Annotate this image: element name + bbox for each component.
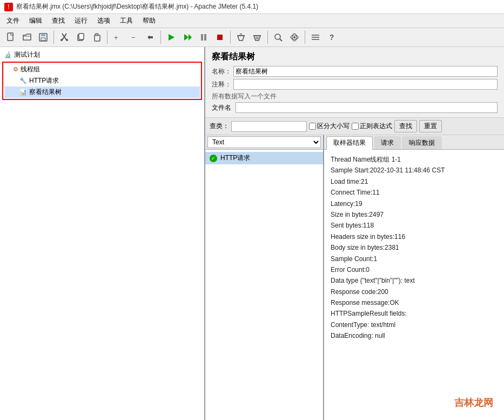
collapse-button[interactable]: − xyxy=(126,30,142,45)
result-line: Thread Name线程组 1-1 xyxy=(331,154,498,165)
menu-find[interactable]: 查找 xyxy=(48,15,69,26)
svg-marker-16 xyxy=(184,34,189,41)
name-input[interactable] xyxy=(233,66,498,77)
tree-label-test-plan: 测试计划 xyxy=(14,50,40,59)
all-data-label: 所有数据写入一个文件 xyxy=(212,92,498,101)
app-icon: ! xyxy=(4,3,13,11)
svg-rect-10 xyxy=(79,34,84,39)
title-text: 察看结果树.jmx (C:\Users\jfkhjoidjf\Desktop\察… xyxy=(16,2,258,11)
result-line: Sample Count:1 xyxy=(331,254,498,264)
options-button[interactable] xyxy=(308,30,323,45)
case-sensitive-checkbox[interactable] xyxy=(309,123,316,130)
help-button[interactable]: ? xyxy=(324,30,339,45)
svg-rect-18 xyxy=(201,34,203,41)
svg-point-7 xyxy=(61,39,63,41)
result-line: Response code:200 xyxy=(331,286,498,297)
search-input[interactable] xyxy=(231,121,307,132)
right-header: 察看结果树 名称： 注释： 所有数据写入一个文件 文件名 xyxy=(205,47,504,117)
tree-item-view-results[interactable]: 📊 察看结果树 xyxy=(4,86,200,98)
svg-rect-20 xyxy=(217,35,223,40)
separator-1 xyxy=(53,31,54,44)
svg-line-25 xyxy=(280,39,282,41)
svg-rect-3 xyxy=(41,34,45,36)
clear-all-button[interactable] xyxy=(250,30,265,45)
menu-run[interactable]: 运行 xyxy=(70,15,92,26)
toggle-button[interactable] xyxy=(143,30,158,45)
cut-button[interactable] xyxy=(57,30,72,45)
tree-item-test-plan[interactable]: 🔬 测试计划 xyxy=(0,49,204,61)
svg-point-8 xyxy=(66,39,68,41)
view-mode-dropdown[interactable]: Text HTML JSON XML RegExp Tester xyxy=(207,136,321,148)
menu-tools[interactable]: 工具 xyxy=(116,15,137,26)
content-area: Text HTML JSON XML RegExp Tester ✓ HTTP请… xyxy=(205,135,504,420)
svg-marker-15 xyxy=(169,34,174,41)
search-label: 查类： xyxy=(210,122,229,131)
separator-3 xyxy=(160,31,161,44)
case-sensitive-text: 区分大小写 xyxy=(317,122,350,131)
results-panel: 取样器结果 请求 响应数据 Thread Name线程组 1-1Sample S… xyxy=(324,135,504,420)
separator-2 xyxy=(107,31,107,44)
result-line: ContentType: text/html xyxy=(331,319,498,330)
result-line: Error Count:0 xyxy=(331,264,498,275)
start-button[interactable] xyxy=(164,30,179,45)
result-line: Headers size in bytes:116 xyxy=(331,231,498,242)
clear-button[interactable] xyxy=(233,30,248,45)
result-line: DataEncoding: null xyxy=(331,330,498,341)
case-sensitive-label[interactable]: 区分大小写 xyxy=(309,122,350,131)
find-button[interactable]: 查找 xyxy=(394,120,417,132)
regex-label[interactable]: 正则表达式 xyxy=(352,122,392,131)
comment-label: 注释： xyxy=(212,80,231,89)
menu-bar: 文件 编辑 查找 运行 选项 工具 帮助 xyxy=(0,14,504,28)
tab-sampler-result[interactable]: 取样器结果 xyxy=(326,136,373,150)
sample-list: Text HTML JSON XML RegExp Tester ✓ HTTP请… xyxy=(205,135,324,420)
name-row: 名称： xyxy=(212,66,498,77)
copy-button[interactable] xyxy=(73,30,88,45)
search-row: 查类： 区分大小写 正则表达式 查找 重置 xyxy=(205,117,504,135)
sample-entries: ✓ HTTP请求 xyxy=(205,150,323,420)
sample-entry-label: HTTP请求 xyxy=(220,154,250,163)
file-label: 文件名 xyxy=(212,103,231,112)
result-line: Data type ("text"|"bin"|""): text xyxy=(331,275,498,286)
status-icon-success: ✓ xyxy=(210,155,217,162)
reset-button[interactable]: 重置 xyxy=(419,120,442,132)
result-line: Response message:OK xyxy=(331,297,498,308)
search-button[interactable] xyxy=(271,30,286,45)
svg-rect-11 xyxy=(95,35,100,41)
right-title: 察看结果树 xyxy=(212,51,498,63)
tree-label-thread-group: 线程组 xyxy=(21,65,40,74)
file-input[interactable] xyxy=(236,102,498,113)
results-content: Thread Name线程组 1-1Sample Start:2022-10-3… xyxy=(324,150,504,420)
menu-options[interactable]: 选项 xyxy=(93,15,115,26)
tree-item-http-request[interactable]: 🔧 HTTP请求 xyxy=(4,75,200,86)
tab-request[interactable]: 请求 xyxy=(374,136,401,149)
separator-6 xyxy=(305,31,305,44)
svg-point-24 xyxy=(275,34,280,39)
regex-text: 正则表达式 xyxy=(360,122,392,131)
new-button[interactable] xyxy=(3,30,18,45)
svg-rect-12 xyxy=(95,34,98,36)
regex-checkbox[interactable] xyxy=(352,123,359,130)
separator-4 xyxy=(230,31,231,44)
tree-item-thread-group[interactable]: ⚙ 线程组 xyxy=(4,64,200,75)
start-no-pause-button[interactable] xyxy=(180,30,195,45)
remote-button[interactable] xyxy=(287,30,302,45)
menu-edit[interactable]: 编辑 xyxy=(25,15,46,26)
menu-help[interactable]: 帮助 xyxy=(138,15,160,26)
stop-button[interactable] xyxy=(212,30,227,45)
result-line: Sample Start:2022-10-31 11:48:46 CST xyxy=(331,165,498,176)
result-line: Connect Time:11 xyxy=(331,187,498,198)
open-button[interactable] xyxy=(19,30,35,45)
sample-entry-http[interactable]: ✓ HTTP请求 xyxy=(205,152,323,164)
paste-button[interactable] xyxy=(89,30,104,45)
save-button[interactable] xyxy=(36,30,51,45)
pause-button[interactable] xyxy=(196,30,211,45)
result-line: HTTPSampleResult fields: xyxy=(331,308,498,319)
expand-button[interactable]: + xyxy=(110,30,125,45)
tree-highlighted-section: ⚙ 线程组 🔧 HTTP请求 📊 察看结果树 xyxy=(2,62,202,100)
svg-text:−: − xyxy=(131,34,136,42)
title-bar: ! 察看结果树.jmx (C:\Users\jfkhjoidjf\Desktop… xyxy=(0,0,504,14)
comment-input[interactable] xyxy=(233,79,498,90)
result-line: Body size in bytes:2381 xyxy=(331,242,498,253)
tab-response-data[interactable]: 响应数据 xyxy=(402,136,442,149)
menu-file[interactable]: 文件 xyxy=(2,15,24,26)
